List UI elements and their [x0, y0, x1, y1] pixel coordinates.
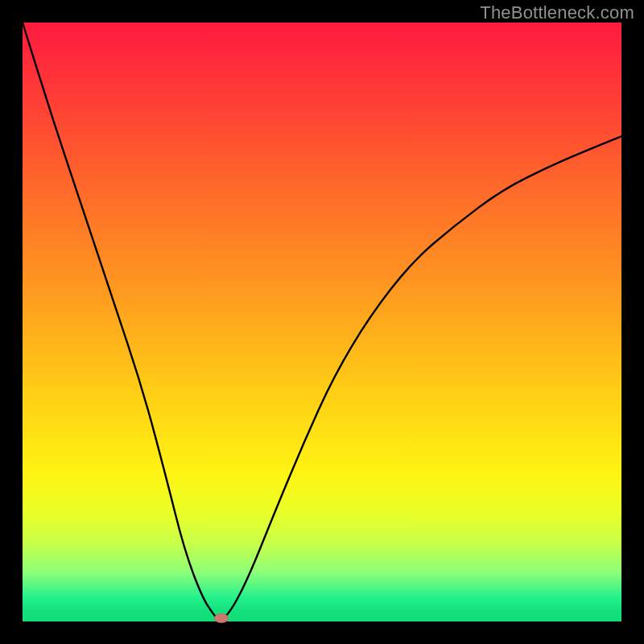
bottleneck-curve — [23, 23, 621, 621]
plot-area — [23, 23, 621, 621]
watermark-text: TheBottleneck.com — [480, 2, 634, 23]
optimal-point-marker — [214, 613, 229, 623]
chart-frame: TheBottleneck.com — [0, 0, 644, 644]
